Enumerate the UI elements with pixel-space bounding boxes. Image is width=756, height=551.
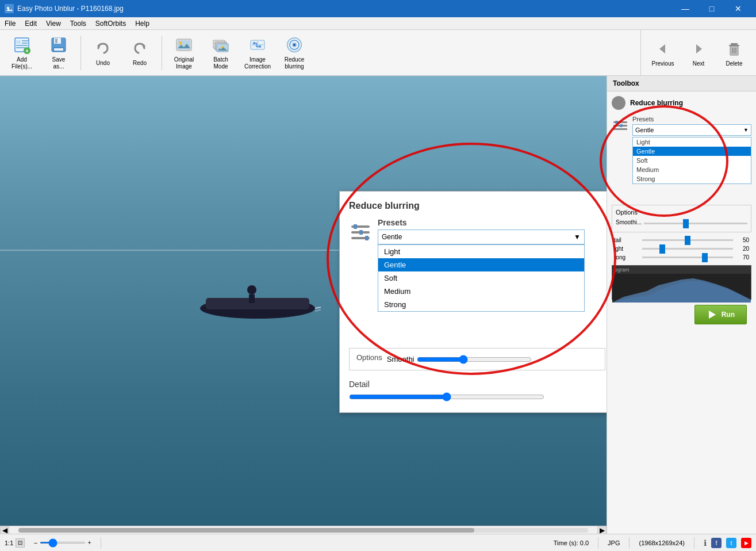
svg-rect-14: [54, 48, 63, 51]
preset-soft[interactable]: Soft: [378, 271, 584, 285]
svg-rect-54: [613, 128, 627, 130]
dialog-preset-select-wrap: Gentle ▼ Light Gentle Soft Medium Strong: [378, 229, 585, 244]
status-sep1: [101, 537, 101, 549]
batch-mode-label: BatchMode: [213, 56, 228, 70]
dialog-dropdown: Light Gentle Soft Medium Strong: [378, 244, 585, 312]
toolbar-redo[interactable]: Redo: [122, 33, 157, 73]
main-area: ◀ ▶ Reduce blurring: [0, 76, 756, 534]
delete-icon: [725, 40, 743, 58]
menu-file[interactable]: File: [0, 17, 20, 30]
scroll-left-btn[interactable]: ◀: [0, 526, 9, 534]
toolbox-smoothing-label: Smoothi...: [616, 219, 642, 225]
image-scrollbar[interactable]: ◀ ▶: [0, 526, 607, 534]
toolbar-reduce-blurring[interactable]: Reduceblurring: [277, 33, 312, 73]
dialog-presets-label: Presets: [378, 218, 585, 227]
app-icon: [5, 4, 14, 13]
scrollbar-track: [18, 528, 588, 533]
toolbar-delete[interactable]: Delete: [717, 33, 751, 73]
youtube-icon[interactable]: ▶: [741, 538, 751, 548]
tb-preset-medium[interactable]: Medium: [633, 165, 751, 174]
status-right: Time (s): 0.0 JPG (1968x1269x24) ℹ f t ▶: [554, 537, 751, 549]
toolbox-presets-icon: [612, 117, 629, 135]
toolbar-next[interactable]: Next: [681, 33, 716, 73]
status-sep4: [694, 537, 694, 549]
menu-bar: File Edit View Tools SoftOrbits Help: [0, 17, 756, 30]
dialog-smoothing-slider[interactable]: [417, 355, 532, 364]
toolbar-save-as[interactable]: Saveas...: [41, 33, 76, 73]
original-image-icon: [175, 36, 193, 54]
toolbar-undo[interactable]: Undo: [86, 33, 120, 73]
tb-preset-soft[interactable]: Soft: [633, 156, 751, 165]
close-btn[interactable]: ✕: [725, 0, 751, 17]
dialog-options-label: Options: [356, 353, 382, 362]
svg-marker-34: [659, 44, 665, 53]
svg-rect-5: [22, 43, 28, 44]
delete-label: Delete: [726, 60, 743, 67]
add-file-icon: +: [13, 36, 31, 54]
zoom-fit-btn[interactable]: ⊡: [16, 538, 25, 548]
zoom-slider[interactable]: [40, 542, 86, 544]
maximize-btn[interactable]: □: [699, 0, 725, 17]
menu-help[interactable]: Help: [131, 17, 154, 30]
toolbox-detail-slider[interactable]: [642, 239, 733, 241]
reduce-blurring-icon: [285, 36, 304, 54]
svg-point-19: [179, 41, 182, 45]
dialog-detail-slider[interactable]: [349, 392, 544, 401]
toolbox-options-section: Options Smoothi...: [612, 205, 751, 232]
toolbox-smoothing-slider[interactable]: [644, 223, 747, 224]
preset-gentle[interactable]: Gentle: [378, 258, 584, 271]
scrollbar-thumb[interactable]: [18, 528, 474, 533]
sep1: [80, 36, 81, 70]
menu-edit[interactable]: Edit: [20, 17, 41, 30]
twitter-icon[interactable]: t: [726, 538, 736, 548]
image-area[interactable]: ◀ ▶ Reduce blurring: [0, 76, 607, 534]
time-value: 0.0: [580, 539, 589, 546]
run-button[interactable]: Run: [694, 305, 747, 324]
toolbar-original-image[interactable]: OriginalImage: [167, 33, 201, 73]
svg-rect-3: [16, 40, 21, 44]
tb-preset-light[interactable]: Light: [633, 137, 751, 147]
menu-view[interactable]: View: [41, 17, 66, 30]
scroll-right-btn[interactable]: ▶: [597, 526, 607, 534]
svg-rect-12: [55, 39, 57, 43]
preset-strong[interactable]: Strong: [378, 298, 584, 311]
next-icon: [689, 40, 708, 58]
menu-tools[interactable]: Tools: [66, 17, 91, 30]
toolbox-presets-label: Presets: [632, 116, 751, 123]
preset-medium[interactable]: Medium: [378, 285, 584, 298]
toolbar-previous[interactable]: Previous: [646, 33, 680, 73]
toolbox-strong-row: rong 70: [614, 254, 749, 261]
image-correction-label: ImageCorrection: [244, 56, 271, 70]
toolbox-header: Toolbox: [607, 76, 756, 91]
toolbar-image-correction[interactable]: ImageCorrection: [240, 33, 275, 73]
toolbox-preset-select[interactable]: Gentle ▼: [632, 124, 751, 136]
image-correction-icon: [248, 36, 267, 54]
status-sep3: [629, 537, 630, 549]
toolbox-dropdown-list: Light Gentle Soft Medium Strong: [632, 137, 751, 184]
tb-preset-strong[interactable]: Strong: [633, 174, 751, 183]
toolbox-detail-area: tail 50 ight 20 rong 70: [612, 237, 751, 261]
toolbox-strong-slider[interactable]: [642, 257, 733, 258]
svg-rect-45: [249, 294, 255, 303]
svg-rect-55: [615, 121, 618, 124]
app-title: Easy Photo Unblur - P1160168.jpg: [17, 5, 124, 13]
zoom-controls: 1:1 ⊡: [5, 538, 25, 548]
preset-light[interactable]: Light: [378, 245, 584, 258]
dialog-title: Reduce blurring: [349, 201, 605, 211]
toolbar-batch-mode[interactable]: BatchMode: [204, 33, 238, 73]
minimize-btn[interactable]: —: [672, 0, 699, 17]
svg-rect-0: [6, 5, 13, 12]
tb-preset-gentle[interactable]: Gentle: [633, 147, 751, 156]
menu-softorbits[interactable]: SoftOrbits: [91, 17, 131, 30]
status-time: Time (s): 0.0: [554, 539, 589, 546]
save-as-label: Saveas...: [52, 56, 66, 70]
info-icon[interactable]: ℹ: [704, 538, 707, 548]
toolbox-strong-val: 70: [735, 254, 749, 261]
save-icon: [49, 36, 68, 54]
facebook-icon[interactable]: f: [711, 538, 722, 548]
dialog-preset-select[interactable]: Gentle ▼: [378, 229, 585, 244]
toolbar-add-file[interactable]: + AddFile(s)...: [5, 33, 39, 73]
redo-label: Redo: [133, 60, 147, 66]
toolbox-light-slider[interactable]: [642, 248, 733, 250]
svg-marker-35: [696, 44, 702, 53]
